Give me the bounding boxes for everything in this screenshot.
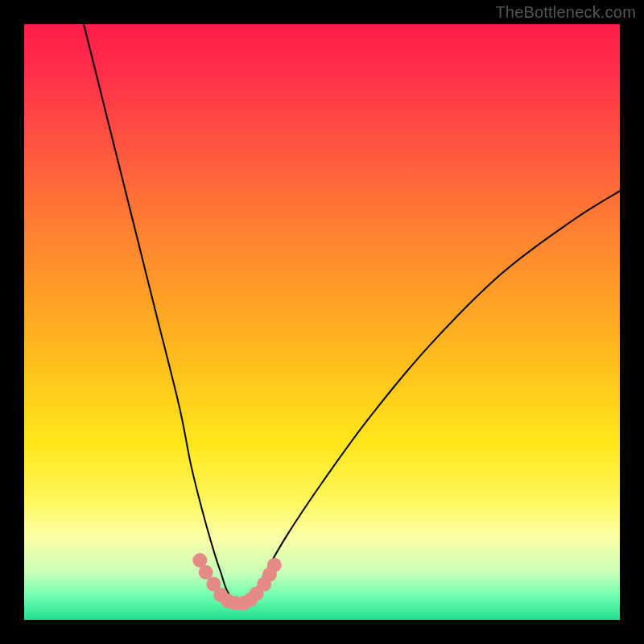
watermark-text: TheBottleneck.com	[495, 3, 636, 22]
marker-group	[192, 553, 281, 610]
marker-dot	[267, 558, 282, 572]
chart-svg	[24, 24, 620, 620]
chart-container: TheBottleneck.com	[0, 0, 644, 644]
plot-area	[24, 24, 620, 620]
bottleneck-curve	[84, 24, 620, 604]
marker-dot	[199, 565, 213, 580]
